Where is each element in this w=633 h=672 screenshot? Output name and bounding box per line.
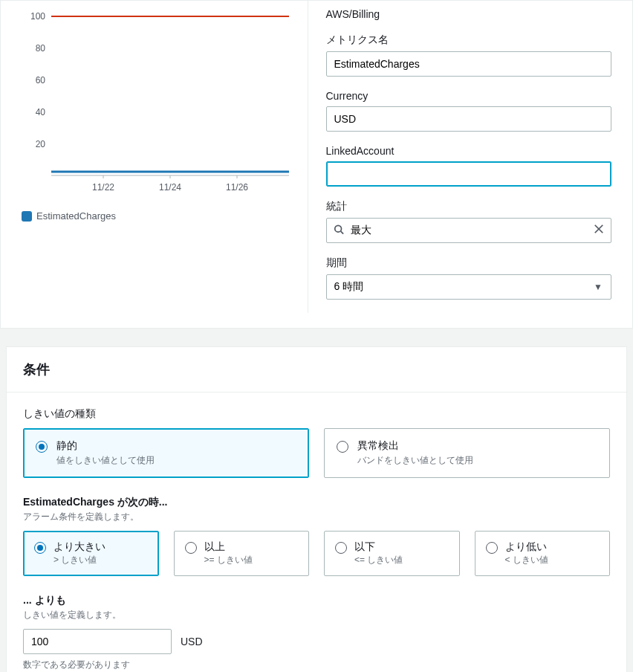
threshold-type-row: 静的 値をしきい値として使用 異常検出 バンドをしきい値として使用 <box>23 428 610 478</box>
threshold-row: USD <box>23 629 610 654</box>
chart-column: 100 80 60 40 20 11/22 11/24 11/26 <box>1 1 308 313</box>
threshold-input[interactable] <box>23 629 172 654</box>
svg-line-15 <box>340 231 343 234</box>
conditions-header: 条件 <box>7 347 626 392</box>
radio-icon <box>34 542 46 554</box>
when-label: EstimatedCharges が次の時... <box>23 496 610 509</box>
chart-legend: EstimatedCharges <box>22 210 308 222</box>
svg-text:11/22: 11/22 <box>92 182 114 193</box>
svg-point-14 <box>334 225 341 232</box>
clear-icon[interactable] <box>594 224 604 237</box>
threshold-type-label: しきい値の種類 <box>23 407 610 421</box>
svg-text:11/26: 11/26 <box>226 182 248 193</box>
svg-text:80: 80 <box>36 43 46 54</box>
search-icon <box>334 224 344 237</box>
radio-icon <box>185 542 197 554</box>
operator-row: より大きい > しきい値 以上 >= しきい値 以下 <= しきい値 <box>23 531 610 576</box>
operator-greater[interactable]: より大きい > しきい値 <box>23 531 159 576</box>
legend-label: EstimatedCharges <box>36 210 116 222</box>
radio-icon <box>486 542 498 554</box>
chevron-down-icon: ▼ <box>594 282 603 292</box>
svg-text:100: 100 <box>30 11 45 22</box>
threshold-type-anomaly[interactable]: 異常検出 バンドをしきい値として使用 <box>324 428 610 478</box>
op-title: より大きい <box>53 540 106 554</box>
tile-desc: バンドをしきい値として使用 <box>357 454 473 467</box>
namespace-label: AWS/Billing <box>326 8 612 20</box>
currency-input[interactable] <box>326 106 612 132</box>
conditions-body: しきい値の種類 静的 値をしきい値として使用 異常検出 バンドをしきい値として使… <box>7 392 626 672</box>
linked-account-label: LinkedAccount <box>326 145 612 157</box>
op-title: より低い <box>505 540 548 554</box>
svg-text:11/24: 11/24 <box>159 182 181 193</box>
operator-less-equal[interactable]: 以下 <= しきい値 <box>324 531 460 576</box>
op-desc: < しきい値 <box>505 554 548 566</box>
op-desc: > しきい値 <box>53 554 106 566</box>
period-select[interactable] <box>326 274 612 300</box>
legend-swatch <box>22 211 32 222</box>
tile-title: 異常検出 <box>357 439 473 453</box>
metric-config-panel: 100 80 60 40 20 11/22 11/24 11/26 <box>0 0 633 329</box>
op-title: 以上 <box>204 540 253 554</box>
linked-account-input[interactable] <box>326 161 612 187</box>
metric-name-input[interactable] <box>326 51 612 77</box>
metric-name-label: メトリクス名 <box>326 33 612 47</box>
than-label: ... よりも <box>23 594 610 607</box>
numeric-hint: 数字である必要があります <box>23 659 610 671</box>
when-hint: アラーム条件を定義します。 <box>23 511 610 523</box>
op-desc: <= しきい値 <box>354 554 403 566</box>
line-chart: 100 80 60 40 20 11/22 11/24 11/26 <box>22 8 304 194</box>
op-desc: >= しきい値 <box>204 554 253 566</box>
conditions-panel: 条件 しきい値の種類 静的 値をしきい値として使用 異常検出 バンドをしきい値と… <box>6 346 627 672</box>
metric-form-column: AWS/Billing メトリクス名 Currency LinkedAccoun… <box>308 1 633 313</box>
operator-less[interactable]: より低い < しきい値 <box>475 531 611 576</box>
op-title: 以下 <box>354 540 403 554</box>
radio-icon <box>337 441 348 453</box>
statistic-label: 統計 <box>326 200 612 213</box>
statistic-input[interactable] <box>326 218 612 243</box>
chart-area: 100 80 60 40 20 11/22 11/24 11/26 <box>22 8 308 201</box>
threshold-type-static[interactable]: 静的 値をしきい値として使用 <box>23 428 309 478</box>
svg-text:40: 40 <box>36 107 46 117</box>
operator-greater-equal[interactable]: 以上 >= しきい値 <box>174 531 310 576</box>
tile-title: 静的 <box>56 439 155 453</box>
threshold-unit: USD <box>181 636 203 647</box>
currency-label: Currency <box>326 90 612 102</box>
period-label: 期間 <box>326 256 612 270</box>
svg-text:60: 60 <box>36 75 46 85</box>
radio-icon <box>36 441 48 453</box>
tile-desc: 値をしきい値として使用 <box>56 454 155 467</box>
radio-icon <box>335 542 347 554</box>
conditions-title: 条件 <box>23 361 610 378</box>
than-hint: しきい値を定義します。 <box>23 609 610 621</box>
svg-text:20: 20 <box>36 139 46 149</box>
